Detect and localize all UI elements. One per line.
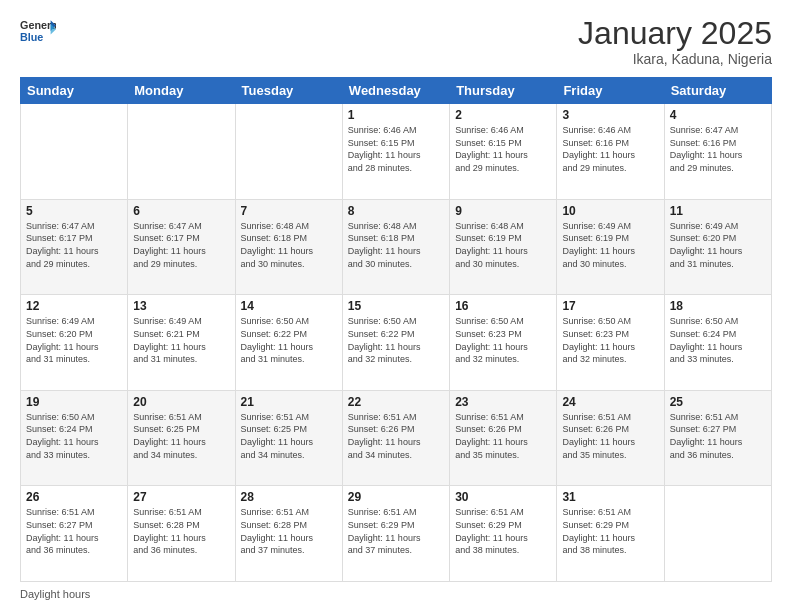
day-number: 24 (562, 395, 658, 409)
calendar-week-row: 5Sunrise: 6:47 AM Sunset: 6:17 PM Daylig… (21, 199, 772, 295)
day-info: Sunrise: 6:46 AM Sunset: 6:16 PM Dayligh… (562, 124, 658, 174)
day-info: Sunrise: 6:51 AM Sunset: 6:26 PM Dayligh… (455, 411, 551, 461)
calendar-day-cell: 15Sunrise: 6:50 AM Sunset: 6:22 PM Dayli… (342, 295, 449, 391)
day-info: Sunrise: 6:46 AM Sunset: 6:15 PM Dayligh… (348, 124, 444, 174)
day-info: Sunrise: 6:50 AM Sunset: 6:23 PM Dayligh… (562, 315, 658, 365)
calendar-day-cell: 8Sunrise: 6:48 AM Sunset: 6:18 PM Daylig… (342, 199, 449, 295)
day-info: Sunrise: 6:49 AM Sunset: 6:20 PM Dayligh… (26, 315, 122, 365)
day-info: Sunrise: 6:51 AM Sunset: 6:26 PM Dayligh… (562, 411, 658, 461)
calendar-week-row: 19Sunrise: 6:50 AM Sunset: 6:24 PM Dayli… (21, 390, 772, 486)
calendar-day-cell: 1Sunrise: 6:46 AM Sunset: 6:15 PM Daylig… (342, 104, 449, 200)
day-info: Sunrise: 6:49 AM Sunset: 6:20 PM Dayligh… (670, 220, 766, 270)
calendar-table: SundayMondayTuesdayWednesdayThursdayFrid… (20, 77, 772, 582)
day-info: Sunrise: 6:48 AM Sunset: 6:18 PM Dayligh… (241, 220, 337, 270)
calendar-day-cell: 24Sunrise: 6:51 AM Sunset: 6:26 PM Dayli… (557, 390, 664, 486)
day-number: 1 (348, 108, 444, 122)
calendar-day-cell: 23Sunrise: 6:51 AM Sunset: 6:26 PM Dayli… (450, 390, 557, 486)
day-number: 14 (241, 299, 337, 313)
day-number: 28 (241, 490, 337, 504)
day-number: 9 (455, 204, 551, 218)
day-number: 22 (348, 395, 444, 409)
calendar-day-cell: 3Sunrise: 6:46 AM Sunset: 6:16 PM Daylig… (557, 104, 664, 200)
calendar-header-row: SundayMondayTuesdayWednesdayThursdayFrid… (21, 78, 772, 104)
calendar-day-cell: 28Sunrise: 6:51 AM Sunset: 6:28 PM Dayli… (235, 486, 342, 582)
day-number: 25 (670, 395, 766, 409)
calendar-day-cell (21, 104, 128, 200)
day-info: Sunrise: 6:51 AM Sunset: 6:29 PM Dayligh… (562, 506, 658, 556)
calendar-day-cell: 26Sunrise: 6:51 AM Sunset: 6:27 PM Dayli… (21, 486, 128, 582)
logo-icon: General Blue (20, 16, 56, 46)
calendar-day-cell: 20Sunrise: 6:51 AM Sunset: 6:25 PM Dayli… (128, 390, 235, 486)
day-number: 23 (455, 395, 551, 409)
day-info: Sunrise: 6:50 AM Sunset: 6:23 PM Dayligh… (455, 315, 551, 365)
day-number: 12 (26, 299, 122, 313)
day-number: 19 (26, 395, 122, 409)
day-number: 5 (26, 204, 122, 218)
calendar-day-cell: 27Sunrise: 6:51 AM Sunset: 6:28 PM Dayli… (128, 486, 235, 582)
day-info: Sunrise: 6:48 AM Sunset: 6:18 PM Dayligh… (348, 220, 444, 270)
calendar-day-cell (664, 486, 771, 582)
calendar-day-header: Monday (128, 78, 235, 104)
day-number: 17 (562, 299, 658, 313)
header: General Blue January 2025 Ikara, Kaduna,… (20, 16, 772, 67)
daylight-label: Daylight hours (20, 588, 90, 600)
day-number: 26 (26, 490, 122, 504)
calendar-day-cell (128, 104, 235, 200)
footer: Daylight hours (20, 588, 772, 600)
location-subtitle: Ikara, Kaduna, Nigeria (578, 51, 772, 67)
day-info: Sunrise: 6:50 AM Sunset: 6:22 PM Dayligh… (241, 315, 337, 365)
day-info: Sunrise: 6:49 AM Sunset: 6:21 PM Dayligh… (133, 315, 229, 365)
calendar-day-cell: 9Sunrise: 6:48 AM Sunset: 6:19 PM Daylig… (450, 199, 557, 295)
calendar-day-cell: 2Sunrise: 6:46 AM Sunset: 6:15 PM Daylig… (450, 104, 557, 200)
day-info: Sunrise: 6:50 AM Sunset: 6:22 PM Dayligh… (348, 315, 444, 365)
calendar-day-cell: 25Sunrise: 6:51 AM Sunset: 6:27 PM Dayli… (664, 390, 771, 486)
day-info: Sunrise: 6:51 AM Sunset: 6:29 PM Dayligh… (455, 506, 551, 556)
calendar-day-cell: 30Sunrise: 6:51 AM Sunset: 6:29 PM Dayli… (450, 486, 557, 582)
day-number: 4 (670, 108, 766, 122)
calendar-day-cell: 4Sunrise: 6:47 AM Sunset: 6:16 PM Daylig… (664, 104, 771, 200)
calendar-day-cell: 16Sunrise: 6:50 AM Sunset: 6:23 PM Dayli… (450, 295, 557, 391)
calendar-day-header: Thursday (450, 78, 557, 104)
day-info: Sunrise: 6:48 AM Sunset: 6:19 PM Dayligh… (455, 220, 551, 270)
day-number: 31 (562, 490, 658, 504)
day-info: Sunrise: 6:47 AM Sunset: 6:17 PM Dayligh… (26, 220, 122, 270)
day-number: 16 (455, 299, 551, 313)
day-number: 21 (241, 395, 337, 409)
calendar-day-header: Saturday (664, 78, 771, 104)
day-number: 3 (562, 108, 658, 122)
day-number: 7 (241, 204, 337, 218)
day-number: 8 (348, 204, 444, 218)
day-info: Sunrise: 6:46 AM Sunset: 6:15 PM Dayligh… (455, 124, 551, 174)
calendar-week-row: 12Sunrise: 6:49 AM Sunset: 6:20 PM Dayli… (21, 295, 772, 391)
calendar-day-cell: 29Sunrise: 6:51 AM Sunset: 6:29 PM Dayli… (342, 486, 449, 582)
calendar-day-cell: 10Sunrise: 6:49 AM Sunset: 6:19 PM Dayli… (557, 199, 664, 295)
day-info: Sunrise: 6:51 AM Sunset: 6:25 PM Dayligh… (241, 411, 337, 461)
calendar-day-cell: 21Sunrise: 6:51 AM Sunset: 6:25 PM Dayli… (235, 390, 342, 486)
title-block: January 2025 Ikara, Kaduna, Nigeria (578, 16, 772, 67)
calendar-week-row: 1Sunrise: 6:46 AM Sunset: 6:15 PM Daylig… (21, 104, 772, 200)
day-number: 30 (455, 490, 551, 504)
day-number: 6 (133, 204, 229, 218)
calendar-day-cell: 5Sunrise: 6:47 AM Sunset: 6:17 PM Daylig… (21, 199, 128, 295)
day-number: 18 (670, 299, 766, 313)
calendar-day-cell: 7Sunrise: 6:48 AM Sunset: 6:18 PM Daylig… (235, 199, 342, 295)
day-info: Sunrise: 6:51 AM Sunset: 6:25 PM Dayligh… (133, 411, 229, 461)
calendar-week-row: 26Sunrise: 6:51 AM Sunset: 6:27 PM Dayli… (21, 486, 772, 582)
day-info: Sunrise: 6:51 AM Sunset: 6:28 PM Dayligh… (241, 506, 337, 556)
svg-text:Blue: Blue (20, 31, 43, 43)
page: General Blue January 2025 Ikara, Kaduna,… (0, 0, 792, 612)
day-info: Sunrise: 6:51 AM Sunset: 6:27 PM Dayligh… (670, 411, 766, 461)
day-number: 29 (348, 490, 444, 504)
day-number: 20 (133, 395, 229, 409)
day-info: Sunrise: 6:51 AM Sunset: 6:28 PM Dayligh… (133, 506, 229, 556)
calendar-day-cell: 18Sunrise: 6:50 AM Sunset: 6:24 PM Dayli… (664, 295, 771, 391)
calendar-day-cell: 17Sunrise: 6:50 AM Sunset: 6:23 PM Dayli… (557, 295, 664, 391)
month-title: January 2025 (578, 16, 772, 51)
calendar-day-header: Tuesday (235, 78, 342, 104)
calendar-day-header: Wednesday (342, 78, 449, 104)
day-info: Sunrise: 6:50 AM Sunset: 6:24 PM Dayligh… (26, 411, 122, 461)
day-number: 2 (455, 108, 551, 122)
calendar-day-cell: 14Sunrise: 6:50 AM Sunset: 6:22 PM Dayli… (235, 295, 342, 391)
day-info: Sunrise: 6:51 AM Sunset: 6:29 PM Dayligh… (348, 506, 444, 556)
day-number: 11 (670, 204, 766, 218)
